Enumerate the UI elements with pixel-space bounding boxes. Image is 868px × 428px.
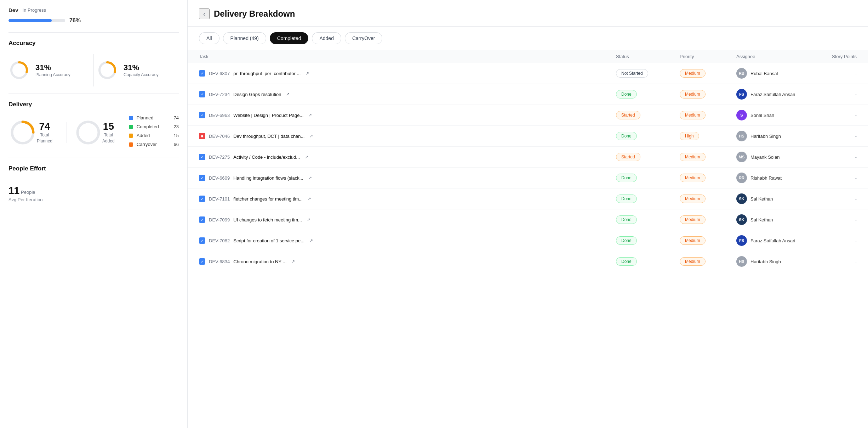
status-cell: Started — [616, 153, 680, 161]
task-link-icon[interactable]: ↗ — [308, 175, 312, 180]
planning-label: Planning Accuracy — [35, 72, 70, 77]
check-icon: ✓ — [201, 113, 204, 118]
assignee-name: Sai Kethan — [750, 217, 773, 223]
task-name: Website | Design | Product Page... — [233, 113, 303, 118]
capacity-pct: 31% — [124, 63, 159, 72]
filter-tab[interactable]: All — [199, 32, 219, 44]
story-points: - — [814, 238, 857, 243]
legend-dot — [129, 134, 133, 138]
task-link-icon[interactable]: ↗ — [305, 154, 308, 159]
task-cell: ✓ DEV-7101 fletcher changes for meeting … — [199, 196, 616, 202]
assignee-name: Faraz Saifullah Ansari — [750, 92, 795, 97]
status-cell: Done — [616, 257, 680, 266]
task-name: Chrono migration to NY ... — [233, 259, 286, 264]
priority-badge: Medium — [680, 153, 706, 161]
task-link-icon[interactable]: ↗ — [291, 259, 295, 264]
assignee-name: Rubal Bansal — [750, 71, 778, 76]
back-button[interactable]: ‹ — [199, 9, 210, 19]
task-name: UI changes to fetch meeting tim... — [233, 217, 302, 223]
table-row: ✓ DEV-7101 fletcher changes for meeting … — [188, 188, 868, 209]
assignee-name: Sonal Shah — [750, 113, 774, 118]
accuracy-section: Accuracy 31% Planning Accuracy — [8, 40, 179, 86]
task-checkbox: ✓ — [199, 258, 205, 265]
filter-tab[interactable]: Added — [312, 32, 341, 44]
task-checkbox: ✓ — [199, 112, 205, 118]
task-link-icon[interactable]: ↗ — [305, 71, 309, 76]
priority-cell: Medium — [680, 215, 736, 224]
total-planned-num: 74 — [37, 121, 52, 132]
capacity-label: Capacity Accuracy — [124, 72, 159, 77]
task-link-icon[interactable]: ↗ — [308, 196, 311, 201]
assignee-cell: FS Faraz Saifullah Ansari — [736, 235, 814, 246]
status-cell: Done — [616, 195, 680, 203]
legend-item: Added 15 — [129, 133, 179, 138]
legend-count: 74 — [174, 115, 179, 120]
avatar: MS — [736, 152, 747, 162]
story-points: - — [814, 175, 857, 181]
col-assignee: Assignee — [736, 54, 814, 59]
task-link-icon[interactable]: ↗ — [308, 113, 312, 118]
table-row: ✓ DEV-6834 Chrono migration to NY ... ↗ … — [188, 251, 868, 272]
assignee-cell: RB Rubal Bansal — [736, 68, 814, 79]
check-icon: ✓ — [201, 71, 204, 76]
story-points: - — [814, 154, 857, 160]
avatar: FS — [736, 235, 747, 246]
check-icon: ■ — [201, 134, 204, 138]
task-id: DEV-6963 — [209, 113, 230, 118]
assignee-name: Faraz Saifullah Ansari — [750, 238, 795, 243]
task-name: Handling integration flows (slack... — [233, 175, 303, 181]
priority-cell: Medium — [680, 69, 736, 78]
task-cell: ✓ DEV-7099 UI changes to fetch meeting t… — [199, 216, 616, 223]
priority-cell: Medium — [680, 174, 736, 182]
total-added-stat: 15 TotalAdded — [102, 115, 122, 150]
legend-label: Carryover — [137, 142, 174, 147]
capacity-donut — [97, 60, 118, 81]
task-name: Dev throughput, DCT | data chan... — [233, 134, 304, 139]
task-checkbox: ✓ — [199, 70, 205, 77]
stat-divider — [67, 122, 67, 143]
table-body: ✓ DEV-6807 pr_throughput_per_contributor… — [188, 63, 868, 272]
task-link-icon[interactable]: ↗ — [286, 92, 290, 97]
legend-item: Planned 74 — [129, 115, 179, 120]
task-link-icon[interactable]: ↗ — [309, 238, 313, 243]
status-badge: Done — [616, 215, 637, 224]
check-icon: ✓ — [201, 92, 204, 97]
legend-count: 66 — [174, 142, 179, 147]
filter-tab[interactable]: Completed — [270, 32, 309, 44]
priority-cell: Medium — [680, 195, 736, 203]
check-icon: ✓ — [201, 176, 204, 180]
filter-tabs: AllPlanned (49)CompletedAddedCarryOver — [188, 27, 868, 50]
story-points: - — [814, 196, 857, 202]
table-header: Task Status Priority Assignee Story Poin… — [188, 50, 868, 63]
people-section: People Effort 11 People Avg Per Iteratio… — [8, 165, 179, 208]
filter-tab[interactable]: CarryOver — [345, 32, 383, 44]
table-row: ✓ DEV-6807 pr_throughput_per_contributor… — [188, 63, 868, 84]
total-planned-stat: 74 TotalPlanned — [37, 115, 59, 150]
filter-tab[interactable]: Planned (49) — [223, 32, 266, 44]
task-checkbox: ✓ — [199, 237, 205, 244]
task-link-icon[interactable]: ↗ — [307, 217, 310, 222]
task-cell: ✓ DEV-7082 Script for creation of 1 serv… — [199, 237, 616, 244]
task-cell: ■ DEV-7046 Dev throughput, DCT | data ch… — [199, 133, 616, 139]
progress-pct: 76% — [69, 17, 81, 24]
progress-bar-bg — [8, 19, 65, 22]
table-row: ✓ DEV-7234 Design Gaps resolution ↗ Done… — [188, 84, 868, 105]
svg-point-6 — [78, 122, 99, 143]
task-cell: ✓ DEV-6834 Chrono migration to NY ... ↗ — [199, 258, 616, 265]
accuracy-divider — [93, 54, 94, 86]
planning-pct: 31% — [35, 63, 70, 72]
delivery-stats: 74 TotalPlanned 15 TotalAdded — [8, 115, 122, 150]
status-cell: Done — [616, 215, 680, 224]
check-icon: ✓ — [201, 197, 204, 201]
avatar: S — [736, 110, 747, 120]
assignee-name: Haritabh Singh — [750, 134, 781, 139]
people-sublabel: Avg Per Iteration — [8, 197, 43, 202]
legend-dot — [129, 125, 133, 129]
assignee-name: Haritabh Singh — [750, 259, 781, 264]
avatar: HS — [736, 256, 747, 267]
assignee-cell: S Sonal Shah — [736, 110, 814, 120]
planning-accuracy-card: 31% Planning Accuracy — [8, 54, 91, 86]
delivery-section: Delivery 74 TotalPlanned — [8, 101, 179, 151]
task-link-icon[interactable]: ↗ — [309, 134, 313, 139]
status-badge: Done — [616, 174, 637, 182]
